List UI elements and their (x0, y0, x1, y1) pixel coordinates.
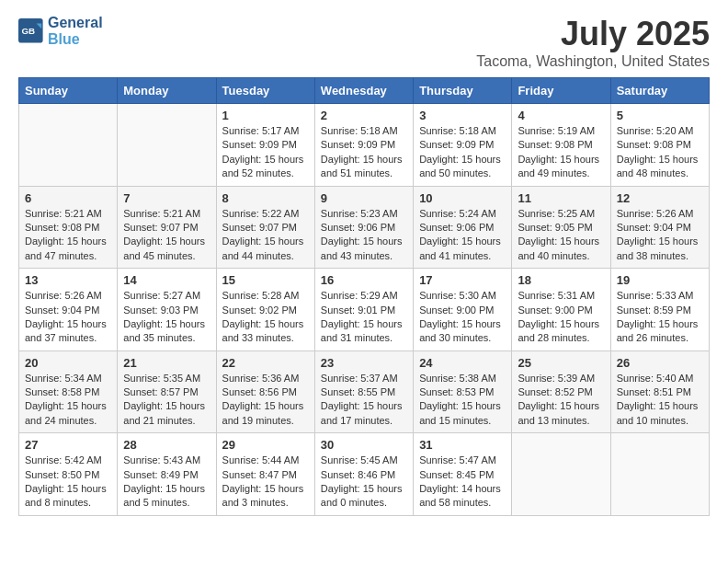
day-number: 12 (617, 191, 703, 205)
day-sunset: Sunset: 8:56 PM (222, 385, 309, 399)
calendar-week-row: 27 Sunrise: 5:42 AM Sunset: 8:50 PM Dayl… (19, 433, 710, 516)
day-sunset: Sunset: 8:50 PM (25, 468, 111, 482)
day-sunset: Sunset: 9:09 PM (419, 138, 506, 152)
day-number: 8 (222, 191, 309, 205)
month-year-title: July 2025 (476, 15, 710, 53)
day-daylight: Daylight: 15 hours and 44 minutes. (222, 235, 309, 263)
day-sunset: Sunset: 9:00 PM (518, 304, 604, 317)
day-sunrise: Sunrise: 5:44 AM (222, 454, 309, 467)
day-sunrise: Sunrise: 5:38 AM (419, 372, 506, 385)
calendar-cell: 31 Sunrise: 5:47 AM Sunset: 8:45 PM Dayl… (414, 433, 512, 516)
day-daylight: Daylight: 15 hours and 30 minutes. (419, 317, 506, 346)
calendar-cell: 27 Sunrise: 5:42 AM Sunset: 8:50 PM Dayl… (19, 433, 118, 516)
day-sunset: Sunset: 9:04 PM (25, 304, 111, 317)
day-daylight: Daylight: 15 hours and 13 minutes. (518, 399, 604, 428)
day-number: 14 (123, 273, 210, 287)
day-daylight: Daylight: 15 hours and 52 minutes. (222, 153, 309, 181)
day-sunset: Sunset: 9:09 PM (222, 138, 309, 152)
day-daylight: Daylight: 15 hours and 24 minutes. (25, 399, 111, 428)
day-sunset: Sunset: 8:51 PM (617, 385, 703, 399)
day-sunset: Sunset: 8:57 PM (123, 385, 210, 399)
day-daylight: Daylight: 15 hours and 38 minutes. (617, 235, 703, 263)
day-daylight: Daylight: 15 hours and 15 minutes. (419, 399, 506, 428)
calendar-cell: 19 Sunrise: 5:33 AM Sunset: 8:59 PM Dayl… (610, 269, 709, 351)
day-sunrise: Sunrise: 5:28 AM (222, 289, 309, 303)
col-thursday: Thursday (414, 78, 512, 104)
day-sunrise: Sunrise: 5:18 AM (419, 124, 506, 138)
day-sunrise: Sunrise: 5:45 AM (321, 454, 407, 467)
day-daylight: Daylight: 14 hours and 58 minutes. (419, 482, 506, 511)
calendar-cell: 12 Sunrise: 5:26 AM Sunset: 9:04 PM Dayl… (610, 186, 709, 269)
calendar-cell: 3 Sunrise: 5:18 AM Sunset: 9:09 PM Dayli… (414, 104, 512, 187)
day-daylight: Daylight: 15 hours and 17 minutes. (321, 399, 407, 428)
calendar-cell: 9 Sunrise: 5:23 AM Sunset: 9:06 PM Dayli… (314, 186, 413, 269)
day-sunrise: Sunrise: 5:26 AM (25, 289, 111, 303)
day-sunset: Sunset: 8:59 PM (617, 304, 703, 317)
day-sunset: Sunset: 9:07 PM (222, 221, 309, 235)
day-daylight: Daylight: 15 hours and 28 minutes. (518, 317, 604, 346)
day-daylight: Daylight: 15 hours and 37 minutes. (25, 317, 111, 346)
day-daylight: Daylight: 15 hours and 40 minutes. (518, 235, 604, 263)
day-number: 22 (222, 356, 309, 370)
day-sunset: Sunset: 9:07 PM (123, 221, 210, 235)
calendar-cell: 26 Sunrise: 5:40 AM Sunset: 8:51 PM Dayl… (610, 350, 709, 433)
day-number: 5 (617, 109, 703, 122)
day-number: 17 (419, 273, 506, 287)
calendar-cell: 14 Sunrise: 5:27 AM Sunset: 9:03 PM Dayl… (118, 269, 216, 351)
calendar-cell: 2 Sunrise: 5:18 AM Sunset: 9:09 PM Dayli… (314, 104, 413, 187)
calendar-cell: 24 Sunrise: 5:38 AM Sunset: 8:53 PM Dayl… (414, 350, 512, 433)
calendar-cell (118, 104, 216, 187)
calendar-cell (19, 104, 118, 187)
day-sunrise: Sunrise: 5:23 AM (321, 207, 407, 221)
day-daylight: Daylight: 15 hours and 33 minutes. (222, 317, 309, 346)
day-daylight: Daylight: 15 hours and 0 minutes. (321, 482, 407, 511)
day-sunrise: Sunrise: 5:47 AM (419, 454, 506, 467)
day-daylight: Daylight: 15 hours and 48 minutes. (617, 153, 703, 181)
day-sunrise: Sunrise: 5:31 AM (518, 289, 604, 303)
calendar-cell: 6 Sunrise: 5:21 AM Sunset: 9:08 PM Dayli… (19, 186, 118, 269)
day-sunrise: Sunrise: 5:42 AM (25, 454, 111, 467)
day-number: 25 (518, 356, 604, 370)
calendar-cell: 16 Sunrise: 5:29 AM Sunset: 9:01 PM Dayl… (314, 269, 413, 351)
day-daylight: Daylight: 15 hours and 45 minutes. (123, 235, 210, 263)
calendar-cell: 7 Sunrise: 5:21 AM Sunset: 9:07 PM Dayli… (118, 186, 216, 269)
day-daylight: Daylight: 15 hours and 31 minutes. (321, 317, 407, 346)
header: GB General Blue July 2025 Tacoma, Washin… (18, 15, 710, 70)
day-number: 30 (321, 438, 407, 452)
day-number: 7 (123, 191, 210, 205)
day-sunset: Sunset: 9:06 PM (419, 221, 506, 235)
calendar-cell: 15 Sunrise: 5:28 AM Sunset: 9:02 PM Dayl… (216, 269, 314, 351)
calendar-cell: 1 Sunrise: 5:17 AM Sunset: 9:09 PM Dayli… (216, 104, 314, 187)
logo: GB General Blue (18, 15, 103, 47)
day-daylight: Daylight: 15 hours and 50 minutes. (419, 153, 506, 181)
col-tuesday: Tuesday (216, 78, 314, 104)
col-monday: Monday (118, 78, 216, 104)
day-sunset: Sunset: 9:08 PM (518, 138, 604, 152)
day-daylight: Daylight: 15 hours and 10 minutes. (617, 399, 703, 428)
calendar-cell: 30 Sunrise: 5:45 AM Sunset: 8:46 PM Dayl… (314, 433, 413, 516)
day-sunset: Sunset: 9:03 PM (123, 304, 210, 317)
calendar-cell: 13 Sunrise: 5:26 AM Sunset: 9:04 PM Dayl… (19, 269, 118, 351)
day-sunset: Sunset: 9:01 PM (321, 304, 407, 317)
day-number: 19 (617, 273, 703, 287)
calendar-cell: 4 Sunrise: 5:19 AM Sunset: 9:08 PM Dayli… (512, 104, 610, 187)
calendar-cell: 8 Sunrise: 5:22 AM Sunset: 9:07 PM Dayli… (216, 186, 314, 269)
day-sunrise: Sunrise: 5:37 AM (321, 372, 407, 385)
col-saturday: Saturday (610, 78, 709, 104)
day-sunset: Sunset: 9:00 PM (419, 304, 506, 317)
day-sunrise: Sunrise: 5:24 AM (419, 207, 506, 221)
day-number: 31 (419, 438, 506, 452)
calendar-table: Sunday Monday Tuesday Wednesday Thursday… (18, 77, 710, 516)
day-sunset: Sunset: 8:47 PM (222, 468, 309, 482)
day-sunrise: Sunrise: 5:26 AM (617, 207, 703, 221)
day-sunrise: Sunrise: 5:36 AM (222, 372, 309, 385)
day-daylight: Daylight: 15 hours and 35 minutes. (123, 317, 210, 346)
logo-text: General Blue (48, 15, 103, 47)
day-daylight: Daylight: 15 hours and 49 minutes. (518, 153, 604, 181)
day-daylight: Daylight: 15 hours and 41 minutes. (419, 235, 506, 263)
day-daylight: Daylight: 15 hours and 43 minutes. (321, 235, 407, 263)
day-sunset: Sunset: 9:04 PM (617, 221, 703, 235)
day-sunset: Sunset: 8:45 PM (419, 468, 506, 482)
day-daylight: Daylight: 15 hours and 51 minutes. (321, 153, 407, 181)
day-sunrise: Sunrise: 5:27 AM (123, 289, 210, 303)
